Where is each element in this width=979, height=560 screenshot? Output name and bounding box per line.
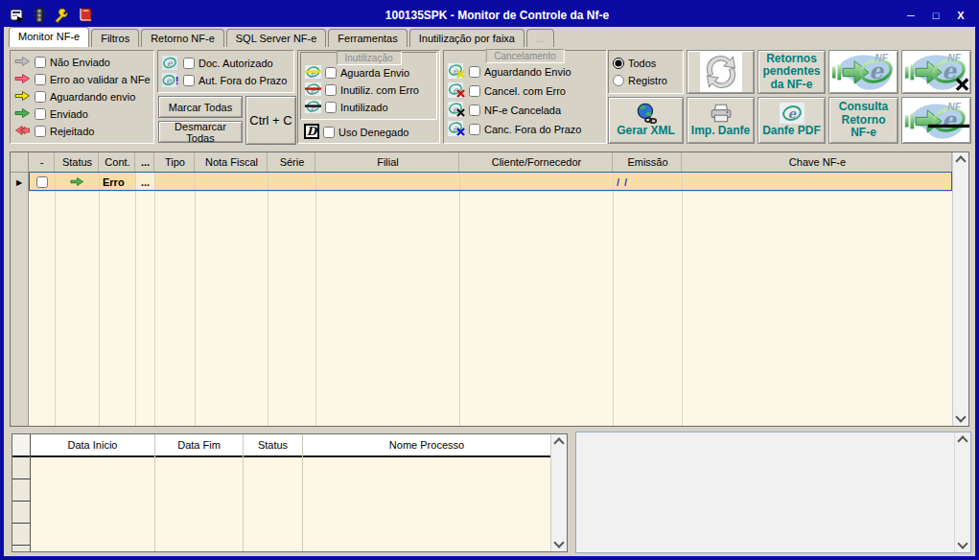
grid-header-nota-fiscal[interactable]: Nota Fiscal — [196, 152, 268, 173]
nfe-e-icon: e — [780, 103, 804, 124]
consulta-retorno-button[interactable]: Consulta Retorno NF-e — [828, 97, 898, 144]
aguardando-envio-checkbox[interactable] — [35, 91, 46, 103]
filter-row-aguardando-envio: Aguardando envio — [11, 88, 153, 105]
grid-cell-status[interactable] — [56, 173, 99, 192]
imp-danfe-button[interactable]: Imp. Danfe — [687, 97, 755, 144]
grid-header-status[interactable]: Status — [56, 152, 99, 173]
tab-monitor-nfe[interactable]: Monitor NF-e — [9, 27, 89, 47]
grid-header-filial[interactable]: Filial — [316, 152, 459, 173]
wrench-icon[interactable] — [54, 9, 69, 23]
tab-filtros[interactable]: Filtros — [91, 29, 139, 47]
grid-cell-chave[interactable] — [683, 173, 952, 192]
inutiliz-com-erro-checkbox[interactable] — [325, 84, 337, 96]
tab-sql-server-nfe[interactable]: SQL Server NF-e — [226, 29, 327, 47]
process-header-status[interactable]: Status — [244, 434, 302, 457]
filter-label: Aguarda Envio — [340, 67, 409, 79]
nfe-cancelada-checkbox[interactable] — [469, 105, 480, 116]
grid-col-cliente-fornecedor: Cliente/Fornecedor — [460, 152, 614, 426]
rejeitado-checkbox[interactable] — [35, 126, 46, 137]
scroll-down-icon[interactable] — [955, 411, 966, 422]
tab-more[interactable]: ... — [526, 29, 554, 47]
gerar-xml-button[interactable]: Gerar XML — [608, 97, 684, 144]
inutilizar-nfe-button[interactable]: eNF — [901, 97, 971, 144]
close-button[interactable]: X — [952, 9, 969, 23]
filter-row-erro-validar: Erro ao validar a NFe — [11, 71, 153, 88]
canc-fora-prazo-checkbox[interactable] — [469, 124, 480, 135]
grid-cell-cont[interactable]: Erro — [100, 173, 135, 192]
filter-row-enviado: Enviado — [11, 105, 153, 123]
danfe-pdf-button[interactable]: e Danfe PDF — [758, 97, 826, 144]
maximize-button[interactable]: □ — [927, 9, 944, 23]
grid-header-check[interactable]: - — [29, 152, 55, 173]
scroll-down-icon[interactable] — [553, 537, 564, 548]
grid-header-chave[interactable]: Chave NF-e — [683, 152, 952, 173]
grid-col-fill — [683, 192, 952, 426]
authorization-filter-box: e Doc. Autorizado e! Aut. Fora do Prazo — [157, 50, 294, 93]
todos-radio[interactable] — [613, 58, 624, 69]
process-header-nome-processo[interactable]: Nome Processo — [303, 434, 550, 457]
grid-cell-filial[interactable] — [316, 173, 459, 192]
grid-header-serie[interactable]: Série — [268, 152, 315, 173]
scroll-down-icon[interactable] — [957, 538, 967, 548]
grid-cell-check[interactable] — [29, 173, 55, 192]
canc-aguardando-envio-checkbox[interactable] — [469, 66, 480, 78]
erro-validar-checkbox[interactable] — [35, 74, 46, 85]
retornos-pendentes-button[interactable]: Retornos pendentes da NF-e — [758, 50, 826, 94]
grid-cell-nota-fiscal[interactable] — [196, 173, 268, 192]
grid-col-fill — [316, 192, 459, 426]
grid-header-cliente-fornecedor[interactable]: Cliente/Fornecedor — [460, 152, 613, 173]
process-table-scrollbar[interactable] — [550, 434, 567, 551]
uso-denegado-checkbox[interactable] — [323, 127, 335, 138]
inutilizacao-panel: Inutilização e Aguarda Envio e Inutiliz.… — [297, 50, 440, 144]
process-header-data-inicio[interactable]: Data Inicio — [31, 434, 154, 457]
grid-cell-tipo[interactable] — [155, 173, 195, 192]
log-memo-scrollbar[interactable] — [954, 432, 970, 552]
nao-enviado-checkbox[interactable] — [35, 57, 46, 68]
grid-cell-more[interactable]: ... — [136, 173, 154, 192]
grid-header-cont[interactable]: Cont. — [100, 152, 135, 173]
scroll-up-icon[interactable] — [957, 435, 967, 446]
enviar-nfe-button[interactable]: eNF — [828, 50, 898, 94]
client-area: Não Enviado Erro ao validar a NFe Aguard… — [4, 47, 975, 556]
desmarcar-todas-button[interactable]: Desmarcar Todas — [158, 121, 243, 143]
svg-text:NF: NF — [947, 101, 961, 111]
svg-text:e: e — [453, 105, 458, 114]
scroll-up-icon[interactable] — [553, 437, 564, 448]
aut-fora-prazo-checkbox[interactable] — [183, 75, 195, 86]
scroll-up-icon[interactable] — [955, 155, 966, 166]
grid-col-check: - — [29, 152, 56, 426]
doc-autorizado-checkbox[interactable] — [183, 58, 195, 69]
enviado-checkbox[interactable] — [35, 108, 46, 120]
grid-header-emissao[interactable]: Emissão — [614, 152, 682, 173]
grid-header-more[interactable]: ... — [136, 152, 154, 173]
grid-cell-serie[interactable] — [268, 173, 315, 192]
refresh-button[interactable] — [687, 50, 755, 94]
process-header-data-fim[interactable]: Data Fim — [155, 434, 243, 457]
registro-radio[interactable] — [613, 75, 624, 86]
imp-danfe-label: Imp. Danfe — [691, 125, 750, 137]
grid-vertical-scrollbar[interactable] — [952, 152, 968, 426]
grid-col-nota-fiscal: Nota Fiscal — [196, 152, 268, 426]
inutilizado-checkbox[interactable] — [325, 102, 337, 113]
aguarda-envio-checkbox[interactable] — [325, 67, 337, 79]
filter-row-canc-fora-prazo: e Canc. Fora do Prazo — [444, 120, 606, 139]
traffic-light-icon[interactable] — [34, 8, 45, 23]
tab-inutilizacao-por-faixa[interactable]: Inutilização por faixa — [409, 29, 524, 47]
consulta-retorno-label: Consulta Retorno NF-e — [830, 101, 897, 139]
tab-retorno-nfe[interactable]: Retorno NF-e — [141, 29, 224, 47]
arrow-right-yellow-icon — [14, 90, 31, 104]
row-select-checkbox[interactable] — [36, 176, 48, 188]
marcar-todas-button[interactable]: Marcar Todas — [158, 96, 243, 118]
grid-cell-cliente-fornecedor[interactable] — [460, 173, 613, 192]
tab-ferramentas[interactable]: Ferramentas — [328, 29, 407, 47]
inutilizacao-group-title: Inutilização — [336, 51, 401, 65]
grid-cell-emissao[interactable]: / / — [614, 173, 682, 192]
cancel-com-erro-checkbox[interactable] — [469, 85, 480, 97]
minimize-button[interactable]: ─ — [902, 9, 920, 23]
form-export-icon[interactable] — [10, 9, 25, 23]
log-memo-content[interactable] — [576, 432, 954, 552]
cancelar-nfe-button[interactable]: eNF — [901, 50, 971, 94]
arrow-right-gray-icon — [14, 56, 31, 69]
book-icon[interactable] — [78, 8, 92, 23]
grid-header-tipo[interactable]: Tipo — [155, 152, 195, 173]
